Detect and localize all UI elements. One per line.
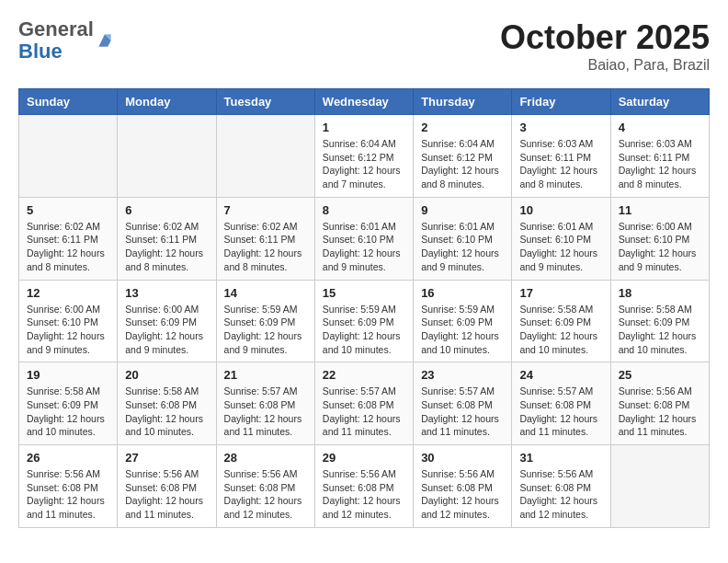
table-row: 1Sunrise: 6:04 AM Sunset: 6:12 PM Daylig… <box>314 115 413 198</box>
day-info: Sunrise: 5:56 AM Sunset: 6:08 PM Dayligh… <box>619 385 701 439</box>
day-info: Sunrise: 5:59 AM Sunset: 6:09 PM Dayligh… <box>421 303 504 357</box>
header-wednesday: Wednesday <box>314 89 413 115</box>
logo-general-text: General <box>18 18 94 40</box>
day-number: 10 <box>519 203 602 217</box>
table-row: 31Sunrise: 5:56 AM Sunset: 6:08 PM Dayli… <box>512 445 610 528</box>
table-row: 18Sunrise: 5:58 AM Sunset: 6:09 PM Dayli… <box>610 280 709 362</box>
day-info: Sunrise: 5:57 AM Sunset: 6:08 PM Dayligh… <box>421 385 504 439</box>
table-row: 26Sunrise: 5:56 AM Sunset: 6:08 PM Dayli… <box>19 445 118 528</box>
header-saturday: Saturday <box>610 89 709 115</box>
day-info: Sunrise: 5:56 AM Sunset: 6:08 PM Dayligh… <box>27 467 109 522</box>
location-subtitle: Baiao, Para, Brazil <box>500 57 710 74</box>
day-number: 11 <box>619 203 701 217</box>
day-info: Sunrise: 6:02 AM Sunset: 6:11 PM Dayligh… <box>224 220 307 274</box>
day-number: 31 <box>519 451 602 465</box>
day-info: Sunrise: 5:57 AM Sunset: 6:08 PM Dayligh… <box>519 385 602 439</box>
day-number: 16 <box>421 286 504 300</box>
day-number: 27 <box>125 451 208 465</box>
day-number: 14 <box>224 286 307 300</box>
day-info: Sunrise: 5:58 AM Sunset: 6:09 PM Dayligh… <box>519 303 602 357</box>
table-row <box>19 115 118 198</box>
header-monday: Monday <box>118 89 216 115</box>
day-info: Sunrise: 6:02 AM Sunset: 6:11 PM Dayligh… <box>27 220 109 274</box>
day-info: Sunrise: 6:01 AM Sunset: 6:10 PM Dayligh… <box>323 220 405 274</box>
day-info: Sunrise: 6:01 AM Sunset: 6:10 PM Dayligh… <box>519 220 602 274</box>
day-number: 17 <box>519 286 602 300</box>
day-number: 8 <box>323 203 405 217</box>
table-row <box>610 445 709 528</box>
table-row <box>216 115 314 198</box>
day-info: Sunrise: 5:57 AM Sunset: 6:08 PM Dayligh… <box>323 385 405 439</box>
table-row: 28Sunrise: 5:56 AM Sunset: 6:08 PM Dayli… <box>216 445 314 528</box>
day-number: 25 <box>619 368 701 382</box>
day-info: Sunrise: 6:00 AM Sunset: 6:10 PM Dayligh… <box>619 220 701 274</box>
day-info: Sunrise: 5:58 AM Sunset: 6:08 PM Dayligh… <box>125 385 208 439</box>
table-row: 25Sunrise: 5:56 AM Sunset: 6:08 PM Dayli… <box>610 362 709 445</box>
day-number: 13 <box>125 286 208 300</box>
table-row: 9Sunrise: 6:01 AM Sunset: 6:10 PM Daylig… <box>414 197 512 280</box>
table-row: 7Sunrise: 6:02 AM Sunset: 6:11 PM Daylig… <box>216 197 314 280</box>
day-number: 23 <box>421 368 504 382</box>
day-number: 22 <box>323 368 405 382</box>
day-number: 2 <box>421 121 504 134</box>
day-info: Sunrise: 6:04 AM Sunset: 6:12 PM Dayligh… <box>323 137 405 191</box>
day-info: Sunrise: 5:57 AM Sunset: 6:08 PM Dayligh… <box>224 385 307 439</box>
table-row: 30Sunrise: 5:56 AM Sunset: 6:08 PM Dayli… <box>414 445 512 528</box>
day-info: Sunrise: 5:56 AM Sunset: 6:08 PM Dayligh… <box>421 467 504 522</box>
table-row: 19Sunrise: 5:58 AM Sunset: 6:09 PM Dayli… <box>19 362 118 445</box>
day-info: Sunrise: 6:03 AM Sunset: 6:11 PM Dayligh… <box>619 137 701 191</box>
table-row: 2Sunrise: 6:04 AM Sunset: 6:12 PM Daylig… <box>414 115 512 198</box>
calendar-week-row: 1Sunrise: 6:04 AM Sunset: 6:12 PM Daylig… <box>19 115 710 198</box>
day-number: 20 <box>125 368 208 382</box>
day-number: 5 <box>27 203 109 217</box>
day-info: Sunrise: 5:59 AM Sunset: 6:09 PM Dayligh… <box>224 303 307 357</box>
logo-icon <box>96 31 114 50</box>
table-row: 11Sunrise: 6:00 AM Sunset: 6:10 PM Dayli… <box>610 197 709 280</box>
table-row <box>118 115 216 198</box>
logo: General Blue <box>18 18 114 63</box>
day-number: 30 <box>421 451 504 465</box>
month-title: October 2025 <box>500 18 710 57</box>
day-number: 21 <box>224 368 307 382</box>
day-number: 4 <box>619 121 701 134</box>
day-number: 19 <box>27 368 109 382</box>
day-info: Sunrise: 5:58 AM Sunset: 6:09 PM Dayligh… <box>619 303 701 357</box>
day-number: 29 <box>323 451 405 465</box>
page-header: General Blue October 2025 Baiao, Para, B… <box>18 18 710 74</box>
table-row: 5Sunrise: 6:02 AM Sunset: 6:11 PM Daylig… <box>19 197 118 280</box>
day-number: 7 <box>224 203 307 217</box>
header-tuesday: Tuesday <box>216 89 314 115</box>
table-row: 17Sunrise: 5:58 AM Sunset: 6:09 PM Dayli… <box>512 280 610 362</box>
header-sunday: Sunday <box>19 89 118 115</box>
day-number: 3 <box>519 121 602 134</box>
table-row: 23Sunrise: 5:57 AM Sunset: 6:08 PM Dayli… <box>414 362 512 445</box>
table-row: 22Sunrise: 5:57 AM Sunset: 6:08 PM Dayli… <box>314 362 413 445</box>
header-friday: Friday <box>512 89 610 115</box>
table-row: 13Sunrise: 6:00 AM Sunset: 6:09 PM Dayli… <box>118 280 216 362</box>
day-info: Sunrise: 5:56 AM Sunset: 6:08 PM Dayligh… <box>125 467 208 522</box>
day-info: Sunrise: 6:00 AM Sunset: 6:09 PM Dayligh… <box>125 303 208 357</box>
day-number: 18 <box>619 286 701 300</box>
day-number: 24 <box>519 368 602 382</box>
table-row: 20Sunrise: 5:58 AM Sunset: 6:08 PM Dayli… <box>118 362 216 445</box>
table-row: 6Sunrise: 6:02 AM Sunset: 6:11 PM Daylig… <box>118 197 216 280</box>
table-row: 24Sunrise: 5:57 AM Sunset: 6:08 PM Dayli… <box>512 362 610 445</box>
calendar-header-row: Sunday Monday Tuesday Wednesday Thursday… <box>19 89 710 115</box>
day-info: Sunrise: 5:56 AM Sunset: 6:08 PM Dayligh… <box>323 467 405 522</box>
table-row: 10Sunrise: 6:01 AM Sunset: 6:10 PM Dayli… <box>512 197 610 280</box>
table-row: 14Sunrise: 5:59 AM Sunset: 6:09 PM Dayli… <box>216 280 314 362</box>
day-info: Sunrise: 6:00 AM Sunset: 6:10 PM Dayligh… <box>27 303 109 357</box>
table-row: 16Sunrise: 5:59 AM Sunset: 6:09 PM Dayli… <box>414 280 512 362</box>
day-number: 15 <box>323 286 405 300</box>
day-info: Sunrise: 6:04 AM Sunset: 6:12 PM Dayligh… <box>421 137 504 191</box>
table-row: 12Sunrise: 6:00 AM Sunset: 6:10 PM Dayli… <box>19 280 118 362</box>
table-row: 29Sunrise: 5:56 AM Sunset: 6:08 PM Dayli… <box>314 445 413 528</box>
table-row: 8Sunrise: 6:01 AM Sunset: 6:10 PM Daylig… <box>314 197 413 280</box>
day-number: 6 <box>125 203 208 217</box>
day-number: 1 <box>323 121 405 134</box>
day-info: Sunrise: 6:03 AM Sunset: 6:11 PM Dayligh… <box>519 137 602 191</box>
day-info: Sunrise: 6:01 AM Sunset: 6:10 PM Dayligh… <box>421 220 504 274</box>
day-info: Sunrise: 5:56 AM Sunset: 6:08 PM Dayligh… <box>519 467 602 522</box>
title-block: October 2025 Baiao, Para, Brazil <box>500 18 710 74</box>
day-info: Sunrise: 5:56 AM Sunset: 6:08 PM Dayligh… <box>224 467 307 522</box>
